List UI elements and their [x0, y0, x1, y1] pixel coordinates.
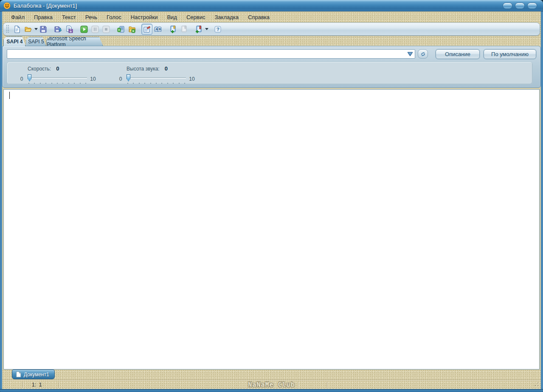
document-tab-row: Документ1	[2, 369, 541, 380]
close-button[interactable]	[527, 3, 537, 9]
rate-slider-track[interactable]	[28, 77, 87, 79]
voice-parameters-panel: Скорость:0 0 10 Высота звука:0	[7, 62, 533, 85]
open-file-dropdown-icon[interactable]	[34, 28, 38, 30]
document-tab[interactable]: Документ1	[12, 369, 55, 379]
stop-icon	[102, 25, 110, 33]
open-folder-icon	[24, 25, 32, 33]
play-icon	[80, 25, 88, 33]
resize-grip[interactable]	[533, 383, 538, 388]
rate-slider-ticks	[28, 83, 86, 84]
window-frame-right	[541, 11, 543, 392]
menu-settings[interactable]: Настройки	[126, 13, 163, 22]
pitch-value: 0	[165, 65, 168, 72]
voice-panel: Описание По умолчанию Скорость:0 0 10	[2, 46, 541, 88]
window-title: Балаболка - [Документ1]	[14, 3, 77, 9]
menu-text[interactable]: Текст	[57, 13, 81, 22]
menu-view[interactable]: Вид	[162, 13, 182, 22]
rate-max-label: 10	[90, 76, 96, 82]
tab-sapi5[interactable]: SAPI 5	[26, 37, 46, 46]
rate-slider-group: Скорость:0 0 10	[18, 65, 110, 84]
voice-combobox[interactable]	[7, 49, 415, 59]
pitch-slider-group: Высота звука:0 0 10	[117, 65, 208, 84]
save-floppy-icon	[39, 25, 47, 33]
engine-tabs: SAPI 4 SAPI 5 Microsoft Speech Platform	[2, 37, 541, 46]
menu-help[interactable]: Справка	[243, 13, 274, 22]
stop-button	[101, 24, 112, 35]
rate-min-label: 0	[18, 76, 25, 82]
tab-sapi4[interactable]: SAPI 4	[3, 37, 26, 46]
rate-value: 0	[56, 65, 59, 72]
maximize-button[interactable]	[515, 3, 525, 9]
minimize-button[interactable]	[503, 3, 512, 9]
text-view-settings-button[interactable]	[141, 24, 152, 35]
menu-edit[interactable]: Правка	[29, 13, 57, 22]
previous-bookmark-button	[178, 24, 189, 35]
app-smiley-icon	[3, 2, 11, 9]
toolbar-grip[interactable]	[6, 25, 9, 34]
status-divider	[327, 382, 327, 388]
open-file-button[interactable]	[23, 24, 34, 35]
add-bookmark-button[interactable]	[167, 24, 178, 35]
split-and-convert-button[interactable]	[64, 24, 75, 35]
read-to-audio-file-button[interactable]	[115, 24, 127, 35]
pause-button	[90, 24, 101, 35]
window-frame-bottom	[0, 389, 543, 392]
rate-label: Скорость:	[28, 66, 51, 72]
pitch-slider-track[interactable]	[127, 77, 186, 79]
dictionary-book-icon: A B	[154, 25, 162, 33]
save-audio-file-button[interactable]	[53, 24, 64, 35]
add-bookmark-icon	[169, 25, 177, 33]
refresh-voices-button[interactable]	[418, 49, 428, 59]
pitch-slider[interactable]	[127, 74, 186, 84]
pitch-min-label: 0	[117, 76, 124, 82]
folder-play-icon	[128, 25, 136, 33]
bookmarks-list-button[interactable]	[193, 24, 204, 35]
status-divider	[298, 382, 298, 388]
watermark-text: NaNaMe Club	[2, 381, 541, 389]
text-editor[interactable]	[3, 89, 540, 369]
svg-text:?: ?	[217, 27, 219, 32]
svg-text:A: A	[155, 28, 158, 31]
save-audio-icon	[54, 25, 62, 33]
play-button[interactable]	[79, 24, 90, 35]
pitch-slider-thumb[interactable]	[127, 74, 130, 82]
text-caret	[9, 92, 10, 99]
toolbar-row: A B	[2, 22, 541, 37]
help-icon: ?	[214, 25, 222, 33]
batch-conversion-button[interactable]	[127, 24, 138, 35]
title-bar[interactable]: Балаболка - [Документ1]	[0, 0, 543, 11]
menu-speech[interactable]: Речь	[81, 13, 102, 22]
menu-bar: Файл Правка Текст Речь Голос Настройки В…	[2, 12, 541, 22]
open-file-split-button[interactable]	[23, 24, 38, 35]
pitch-label: Высота звука:	[127, 66, 160, 72]
previous-bookmark-icon	[180, 25, 188, 33]
read-to-file-icon	[117, 25, 125, 33]
help-button[interactable]: ?	[212, 24, 223, 35]
menu-voice[interactable]: Голос	[102, 13, 126, 22]
dictionary-button[interactable]: A B	[152, 24, 163, 35]
tab-microsoft-speech-platform[interactable]: Microsoft Speech Platform	[46, 37, 103, 46]
bookmarks-list-icon	[195, 25, 203, 33]
rate-slider[interactable]	[28, 74, 87, 84]
refresh-icon	[420, 51, 426, 57]
new-document-button[interactable]	[11, 24, 23, 35]
menu-file[interactable]: Файл	[6, 13, 29, 22]
rate-slider-thumb[interactable]	[28, 74, 31, 82]
split-convert-icon	[65, 25, 73, 33]
pitch-slider-ticks	[127, 83, 185, 84]
app-window: Балаболка - [Документ1] Файл Правка Текс…	[0, 0, 543, 392]
voice-combobox-input[interactable]	[7, 50, 405, 58]
voice-dropdown-arrow-icon[interactable]	[405, 50, 415, 58]
menu-service[interactable]: Сервис	[182, 13, 210, 22]
menu-bookmark[interactable]: Закладка	[210, 13, 243, 22]
window-frame-left	[0, 11, 2, 392]
voice-description-button[interactable]: Описание	[436, 49, 480, 59]
bookmarks-list-split-button[interactable]	[193, 24, 208, 35]
save-file-button[interactable]	[38, 24, 49, 35]
svg-text:B: B	[159, 28, 161, 31]
pause-icon	[91, 25, 99, 33]
new-document-icon	[13, 25, 21, 33]
voice-default-button[interactable]: По умолчанию	[484, 49, 536, 59]
bookmarks-dropdown-icon[interactable]	[205, 28, 208, 30]
text-settings-icon	[143, 25, 151, 33]
